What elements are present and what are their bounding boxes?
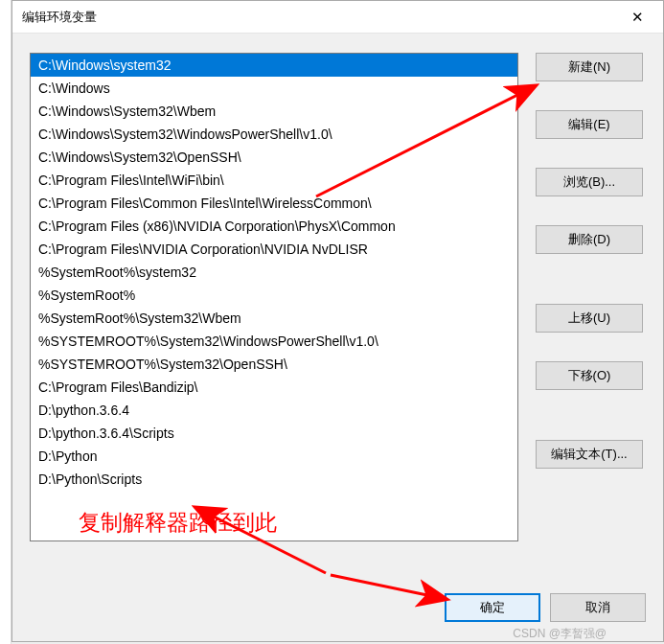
path-list-item[interactable]: D:\Python\Scripts <box>31 468 517 491</box>
dialog-title: 编辑环境变量 <box>22 9 615 26</box>
close-icon: ✕ <box>631 9 644 26</box>
path-list-item[interactable]: D:\python.3.6.4 <box>31 399 517 422</box>
path-list-item[interactable]: %SystemRoot%\System32\Wbem <box>31 307 517 330</box>
path-list-item[interactable]: C:\Windows\System32\OpenSSH\ <box>31 146 517 169</box>
edit-env-var-dialog: 编辑环境变量 ✕ C:\Windows\system32C:\WindowsC:… <box>11 0 664 642</box>
path-list-item[interactable]: D:\Python <box>31 445 517 468</box>
path-list-item[interactable]: %SYSTEMROOT%\System32\WindowsPowerShell\… <box>31 330 517 353</box>
path-list-item[interactable]: %SystemRoot% <box>31 284 517 307</box>
path-list-item[interactable]: C:\Program Files\NVIDIA Corporation\NVID… <box>31 238 517 261</box>
background-strip <box>0 0 11 644</box>
path-list-item[interactable]: C:\Program Files\Bandizip\ <box>31 376 517 399</box>
ok-button[interactable]: 确定 <box>445 593 540 622</box>
path-list-item[interactable]: C:\Windows\system32 <box>31 54 517 77</box>
dialog-content: C:\Windows\system32C:\WindowsC:\Windows\… <box>12 34 663 641</box>
movedown-button[interactable]: 下移(O) <box>536 361 643 390</box>
path-list-item[interactable]: C:\Program Files\Common Files\Intel\Wire… <box>31 192 517 215</box>
path-listbox[interactable]: C:\Windows\system32C:\WindowsC:\Windows\… <box>30 53 518 541</box>
path-list-item[interactable]: %SYSTEMROOT%\System32\OpenSSH\ <box>31 353 517 376</box>
titlebar: 编辑环境变量 ✕ <box>12 1 663 34</box>
browse-button[interactable]: 浏览(B)... <box>536 168 643 196</box>
edittext-button[interactable]: 编辑文本(T)... <box>536 440 643 469</box>
moveup-button[interactable]: 上移(U) <box>536 304 643 333</box>
bottom-button-row: 确定 取消 <box>445 593 646 622</box>
path-list-item[interactable]: C:\Windows <box>31 77 517 100</box>
path-list-item[interactable]: D:\python.3.6.4\Scripts <box>31 422 517 445</box>
path-list-item[interactable]: %SystemRoot%\system32 <box>31 261 517 284</box>
new-button[interactable]: 新建(N) <box>536 53 643 81</box>
button-column: 新建(N) 编辑(E) 浏览(B)... 删除(D) 上移(U) 下移(O) 编… <box>536 53 643 622</box>
edit-button[interactable]: 编辑(E) <box>536 110 643 139</box>
path-list-item[interactable]: C:\Program Files (x86)\NVIDIA Corporatio… <box>31 215 517 238</box>
path-list-item[interactable]: C:\Windows\System32\Wbem <box>31 100 517 123</box>
close-button[interactable]: ✕ <box>615 3 659 32</box>
path-list-item[interactable]: C:\Windows\System32\WindowsPowerShell\v1… <box>31 123 517 146</box>
path-list-item[interactable]: C:\Program Files\Intel\WiFi\bin\ <box>31 169 517 192</box>
delete-button[interactable]: 删除(D) <box>536 225 643 254</box>
cancel-button[interactable]: 取消 <box>550 593 646 622</box>
